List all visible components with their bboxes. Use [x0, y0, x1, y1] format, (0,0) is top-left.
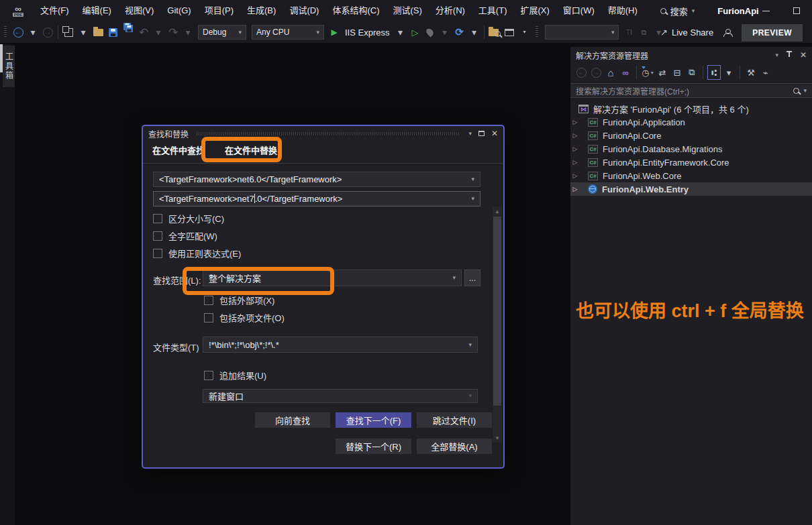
new-project-button[interactable]	[62, 24, 75, 40]
undo-dropdown[interactable]: ▾	[152, 24, 165, 40]
redo-dropdown[interactable]: ▾	[181, 24, 195, 40]
menu-item[interactable]: Git(G)	[160, 0, 197, 21]
restart-button[interactable]: ⟳	[452, 24, 466, 40]
project-node[interactable]: ▷ C# FurionApi.Application	[570, 115, 812, 129]
tab-replace-in-files[interactable]: 在文件中替换	[225, 143, 277, 163]
expander-icon[interactable]: ▷	[570, 132, 580, 139]
live-share-button[interactable]: ↗ Live Share	[660, 27, 713, 38]
feedback-icon[interactable]	[723, 29, 732, 37]
scrollbar-thumb[interactable]	[493, 217, 501, 406]
sync-with-active-document-icon[interactable]: ⑆	[707, 65, 721, 80]
filetype-combo[interactable]: !*\bin\*;!*\obj\*;!*\.* ▾	[203, 337, 478, 353]
se-forward-button[interactable]: →	[589, 65, 603, 80]
menu-item[interactable]: 文件(F)	[34, 0, 76, 21]
run-profile-dropdown[interactable]: ▾	[393, 24, 407, 40]
extract-method-button[interactable]: ⧉	[637, 24, 650, 40]
rename-symbol-button[interactable]: ⟙I	[622, 24, 636, 40]
redo-button[interactable]: ↷	[166, 24, 180, 40]
toolbar-grip[interactable]	[4, 26, 7, 38]
new-project-dropdown[interactable]: ▾	[77, 24, 90, 40]
checkbox[interactable]	[153, 231, 162, 241]
project-node[interactable]: ▷ C# FurionApi.Web.Core	[570, 169, 812, 182]
titlebar-search[interactable]: 搜索 ▾	[660, 5, 695, 17]
checkbox[interactable]	[153, 249, 162, 258]
solution-node[interactable]: ⋈ 解决方案 'FurionApi' (6 个项目，共 6 个)	[570, 102, 812, 115]
maximize-button[interactable]	[781, 0, 812, 21]
undo-button[interactable]: ↶	[137, 24, 150, 40]
dialog-scrollbar[interactable]: ▲ ▼	[493, 207, 502, 443]
find-previous-button[interactable]: 向前查找	[255, 412, 330, 428]
hot-reload-dropdown[interactable]: ▾	[438, 24, 451, 40]
include-misc-files-option[interactable]: 包括杂项文件(O)	[204, 311, 285, 324]
menu-item[interactable]: 分析(N)	[429, 0, 472, 21]
properties-wrench-icon[interactable]: ⚒	[744, 65, 758, 80]
checkbox[interactable]	[204, 313, 213, 323]
skip-file-button[interactable]: 跳过文件(I)	[417, 412, 492, 428]
expander-icon[interactable]: ▷	[570, 172, 580, 179]
menu-item[interactable]: 项目(P)	[198, 0, 240, 21]
minimize-button[interactable]	[750, 0, 781, 21]
find-what-combo[interactable]: <TargetFramework>net6.0</TargetFramework…	[153, 172, 480, 187]
menu-item[interactable]: 编辑(E)	[76, 0, 118, 21]
expander-icon[interactable]: ▷	[570, 119, 580, 125]
menu-item[interactable]: 帮助(H)	[601, 0, 644, 21]
navigate-back-dropdown[interactable]: ▾	[26, 24, 40, 40]
results-window-combo[interactable]: 新建窗口 ▾	[203, 389, 478, 403]
browse-scope-button[interactable]: ...	[464, 270, 480, 286]
se-back-button[interactable]: ←	[574, 65, 588, 80]
switch-views-icon[interactable]: ∞	[619, 65, 632, 80]
menu-item[interactable]: 视图(V)	[118, 0, 160, 21]
scroll-down-icon[interactable]: ▼	[493, 433, 502, 443]
start-without-debugging-button[interactable]: ▷	[408, 24, 421, 40]
menu-item[interactable]: 窗口(W)	[556, 0, 601, 21]
save-all-button[interactable]	[121, 24, 136, 40]
menu-item[interactable]: 调试(D)	[283, 0, 325, 21]
find-in-files-button[interactable]	[488, 24, 501, 40]
pending-changes-filter-icon[interactable]: ◷▾	[641, 65, 654, 80]
sync-icon[interactable]: ⇄	[656, 65, 669, 80]
replace-with-combo[interactable]: <TargetFramework>net7.0</TargetFramework…	[153, 191, 480, 207]
menu-item[interactable]: 工具(T)	[472, 0, 514, 21]
checkbox[interactable]	[204, 371, 213, 380]
sync-options-dropdown[interactable]: ▾	[722, 65, 735, 80]
run-profile-label[interactable]: IIS Express	[345, 27, 389, 38]
match-case-option[interactable]: 区分大小写(C)	[153, 212, 224, 225]
dialog-close-icon[interactable]: ✕	[491, 129, 498, 138]
restart-dropdown[interactable]: ▾	[467, 24, 480, 40]
dialog-menu-dropdown[interactable]: ▾	[468, 131, 472, 137]
start-debugging-button[interactable]: ▶	[327, 24, 341, 40]
window-layout-dropdown[interactable]: ▾	[517, 24, 531, 40]
regex-option[interactable]: 使用正则表达式(E)	[153, 247, 241, 259]
dialog-dock-icon[interactable]	[478, 131, 485, 136]
find-next-button[interactable]: 查找下一个(F)	[336, 412, 411, 428]
replace-next-button[interactable]: 替换下一个(R)	[336, 439, 411, 454]
solution-explorer-search[interactable]: 搜索解决方案资源管理器(Ctrl+;) ▾	[570, 83, 812, 98]
window-layout-button[interactable]	[503, 24, 516, 40]
project-node[interactable]: ▷ C# FurionApi.EntityFramework.Core	[570, 156, 812, 169]
toolbox-tab[interactable]: 工具箱	[3, 46, 15, 87]
scope-combo[interactable]: 整个解决方案 ▾	[203, 270, 462, 286]
project-node[interactable]: ▷ C# FurionApi.Core	[570, 129, 812, 142]
show-all-files-icon[interactable]: ⌁	[759, 65, 772, 80]
whole-word-option[interactable]: 全字匹配(W)	[153, 229, 217, 242]
dialog-title-bar[interactable]: 查找和替换 ▾ ✕	[143, 126, 503, 141]
expander-icon[interactable]: ▷	[570, 186, 580, 192]
menu-item[interactable]: 生成(B)	[240, 0, 283, 21]
project-node[interactable]: ▷ C# FurionApi.Database.Migrations	[570, 142, 812, 156]
scroll-up-icon[interactable]: ▲	[493, 207, 502, 216]
project-node[interactable]: ▷ C# FurionApi.Web.Entry	[570, 182, 812, 196]
expander-icon[interactable]: ▷	[570, 159, 580, 166]
hot-reload-button[interactable]	[423, 24, 436, 40]
replace-all-button[interactable]: 全部替换(A)	[417, 439, 492, 454]
menu-item[interactable]: 体系结构(C)	[325, 0, 386, 21]
tab-find-in-files[interactable]: 在文件中查找	[152, 143, 205, 163]
pin-icon[interactable]	[786, 51, 792, 59]
close-icon[interactable]: ✕	[800, 50, 807, 60]
empty-toolbar-combo[interactable]: ▾	[545, 25, 619, 40]
preview-badge-button[interactable]: PREVIEW	[742, 24, 803, 42]
collapse-all-icon[interactable]: ⊟	[670, 65, 684, 80]
solution-configurations-combo[interactable]: Debug ▾	[198, 25, 246, 40]
expander-icon[interactable]: ▷	[570, 145, 580, 152]
home-icon[interactable]: ⌂	[604, 65, 617, 80]
toolbar-grip[interactable]	[536, 26, 538, 38]
